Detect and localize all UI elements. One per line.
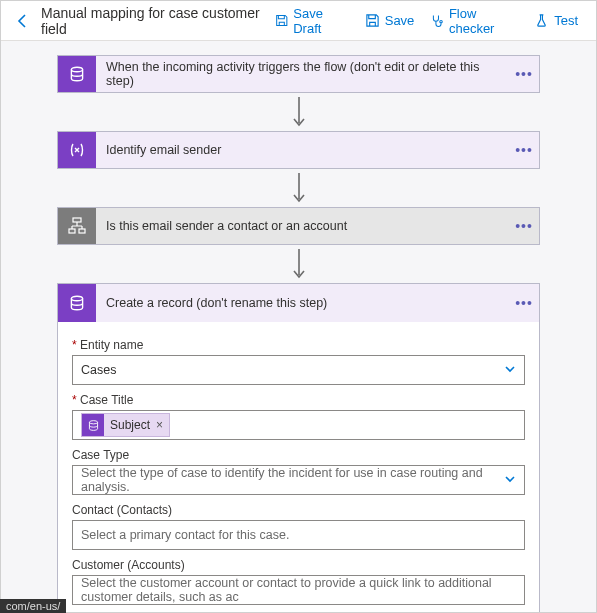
database-icon (58, 56, 96, 92)
chevron-down-icon (504, 363, 516, 378)
customer-accounts-label: Customer (Accounts) (72, 558, 525, 575)
step-menu[interactable]: ••• (509, 66, 539, 82)
chevron-down-icon (504, 473, 516, 488)
save-draft-button[interactable]: Save Draft (267, 2, 357, 40)
step-label: When the incoming activity triggers the … (96, 60, 509, 88)
step-condition[interactable]: Is this email sender a contact or an acc… (57, 207, 540, 245)
step-trigger[interactable]: When the incoming activity triggers the … (57, 55, 540, 93)
token-remove[interactable]: × (156, 418, 163, 432)
save-button[interactable]: Save (357, 9, 423, 32)
svg-rect-3 (79, 229, 85, 233)
entity-name-select[interactable]: Cases (72, 355, 525, 385)
flow-canvas: When the incoming activity triggers the … (1, 41, 596, 612)
step-label: Identify email sender (96, 143, 509, 157)
contact-input[interactable]: Select a primary contact for this case. (72, 520, 525, 550)
back-button[interactable] (11, 9, 35, 33)
customer-accounts-input[interactable]: Select the customer account or contact t… (72, 575, 525, 605)
dynamic-token-subject[interactable]: Subject × (81, 413, 170, 437)
flask-icon (534, 13, 549, 28)
step-label: Create a record (don't rename this step) (96, 296, 509, 310)
stethoscope-icon (430, 13, 444, 28)
flow-checker-button[interactable]: Flow checker (422, 2, 526, 40)
page-title: Manual mapping for case customer field (41, 5, 267, 37)
database-icon (82, 414, 104, 436)
svg-point-0 (71, 67, 82, 72)
case-title-input[interactable]: Subject × (72, 410, 525, 440)
step-label: Is this email sender a contact or an acc… (96, 219, 509, 233)
save-draft-icon (275, 13, 289, 28)
step-menu[interactable]: ••• (509, 295, 539, 311)
flow-arrow (57, 93, 540, 131)
case-type-label: Case Type (72, 448, 525, 465)
flow-arrow (57, 245, 540, 283)
step-header[interactable]: Create a record (don't rename this step)… (58, 284, 539, 322)
step-identify-sender[interactable]: Identify email sender ••• (57, 131, 540, 169)
step-body: Entity name Cases Case Title Subject × (58, 322, 539, 612)
svg-point-5 (89, 420, 97, 423)
step-menu[interactable]: ••• (509, 142, 539, 158)
save-icon (365, 13, 380, 28)
step-create-record: Create a record (don't rename this step)… (57, 283, 540, 612)
status-bar: com/en-us/ (0, 599, 66, 613)
contact-label: Contact (Contacts) (72, 503, 525, 520)
flow-arrow (57, 169, 540, 207)
case-type-select[interactable]: Select the type of case to identify the … (72, 465, 525, 495)
step-menu[interactable]: ••• (509, 218, 539, 234)
condition-icon (58, 208, 96, 244)
test-button[interactable]: Test (526, 9, 586, 32)
case-title-label: Case Title (72, 393, 525, 410)
variable-icon (58, 132, 96, 168)
database-icon (58, 284, 96, 322)
entity-name-label: Entity name (72, 338, 525, 355)
svg-rect-2 (69, 229, 75, 233)
top-toolbar: Manual mapping for case customer field S… (1, 1, 596, 41)
svg-point-4 (71, 296, 82, 301)
svg-rect-1 (73, 218, 81, 222)
